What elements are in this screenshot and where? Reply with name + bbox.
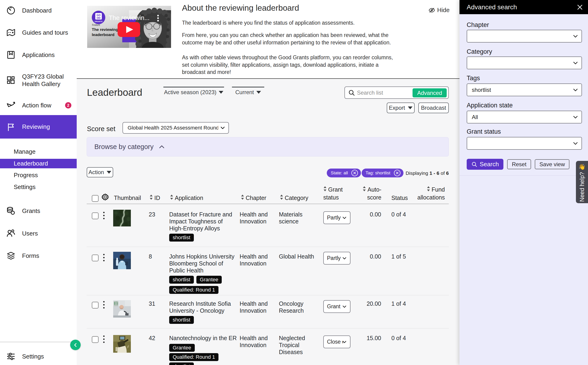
field-label-application-state: Application state: [467, 102, 513, 109]
kebab-dot: [103, 301, 104, 302]
grant-status-select[interactable]: Partly: [323, 252, 351, 265]
hide-link[interactable]: Hide: [428, 7, 450, 14]
remove-filter-icon[interactable]: [394, 169, 401, 176]
chevron-down-icon: [573, 114, 578, 120]
score-set-label: Score set: [87, 125, 116, 133]
column-header-chapter[interactable]: Chapter: [241, 194, 266, 201]
column-header-application[interactable]: Application: [170, 194, 203, 201]
chevron-down-icon: [342, 304, 347, 309]
sidebar-subitem-leaderboard[interactable]: Leaderboard: [0, 159, 77, 168]
table-settings-gear[interactable]: [101, 193, 109, 202]
row-chapter: Health and Innovation: [240, 300, 277, 314]
sidebar-item-gallery[interactable]: Q3FY23 Global Health Gallery: [0, 69, 77, 91]
application-link[interactable]: Johns Hopkins University Bloomberg Schoo…: [169, 253, 239, 274]
tag-pill: Grantee: [196, 276, 222, 284]
sidebar-subitem-progress[interactable]: Progress: [0, 170, 77, 180]
grant-status-select[interactable]: Close out: [323, 336, 351, 348]
column-header-grant-status[interactable]: Grantstatus: [323, 186, 353, 201]
sidebar-item-guides-and-tours[interactable]: Guides and tours: [0, 24, 77, 41]
need-help-tab[interactable]: 👋 Need help?: [576, 161, 588, 203]
about-paragraph-1: The leaderboard is where you find the st…: [182, 19, 398, 27]
users-icon: [7, 229, 15, 238]
row-actions-kebab[interactable]: [103, 301, 104, 309]
video-thumbnail[interactable]: The reviewin... GO OD GRANTS Feature The…: [87, 6, 171, 48]
sidebar-item-forms[interactable]: Forms: [0, 247, 77, 264]
checkbox[interactable]: [92, 195, 98, 202]
layers-icon: [7, 251, 15, 260]
table-row[interactable]: 31 Research Institute Sofia University -…: [87, 295, 449, 329]
application-link[interactable]: Research Institute Sofia University - On…: [169, 300, 239, 314]
grant-status-filter-select[interactable]: [467, 137, 582, 150]
sidebar-item-action-flow[interactable]: Action flow 2: [0, 97, 77, 114]
table-row[interactable]: 8 Johns Hopkins University Bloomberg Sch…: [87, 247, 449, 295]
row-checkbox[interactable]: [92, 336, 98, 343]
column-header-fund-allocations[interactable]: Fundallocations: [417, 186, 445, 201]
panel-divider: [459, 175, 588, 175]
row-actions-kebab[interactable]: [103, 212, 104, 219]
tag-pill: Qualified: Round 1: [169, 286, 218, 294]
row-checkbox[interactable]: [92, 302, 98, 309]
row-thumbnail[interactable]: [113, 210, 131, 226]
row-auto-score: 0.00: [356, 253, 381, 260]
sort-icon: [170, 194, 173, 200]
sidebar-item-reviewing[interactable]: Reviewing: [0, 115, 77, 139]
action-button[interactable]: Action: [87, 167, 113, 177]
export-button[interactable]: Export: [387, 103, 415, 113]
sidebar-subitem-manage[interactable]: Manage: [0, 147, 77, 156]
table-row[interactable]: 42 Nanotechnology in the ER Grantee Qual…: [87, 329, 449, 365]
sidebar-item-users[interactable]: Users: [0, 225, 77, 242]
sidebar-item-applications[interactable]: Applications: [0, 47, 77, 63]
row-checkbox[interactable]: [92, 255, 98, 261]
map-icon: [7, 28, 15, 37]
icon-graphic: [7, 229, 15, 238]
row-actions-kebab[interactable]: [103, 254, 104, 261]
sidebar-subitem-settings[interactable]: Settings: [0, 182, 77, 192]
browse-by-category-panel[interactable]: Browse by category: [87, 137, 449, 156]
dashboard-icon: [7, 6, 15, 15]
kebab-dot: [103, 342, 104, 343]
application-link[interactable]: Nanotechnology in the ER: [169, 335, 243, 342]
column-header-auto-score[interactable]: Auto-score: [357, 186, 381, 201]
score-set-select[interactable]: Global Health 2025 Assessment Round: [123, 122, 229, 134]
sidebar-item-settings[interactable]: Settings: [0, 348, 77, 365]
tag-pill: shortlist: [169, 234, 194, 242]
column-header-thumbnail[interactable]: Thumbnail: [114, 195, 141, 201]
main-content: The reviewin... GO OD GRANTS Feature The…: [77, 0, 459, 365]
save-view-button[interactable]: Save view: [535, 159, 569, 169]
remove-filter-icon[interactable]: [351, 169, 358, 176]
kebab-dot: [103, 212, 104, 213]
grant-status-select[interactable]: Grant: [323, 300, 351, 313]
sidebar-item-dashboard[interactable]: Dashboard: [0, 2, 77, 19]
sidebar-item-grants[interactable]: Grants: [0, 203, 77, 219]
row-thumbnail[interactable]: [113, 300, 131, 318]
category-select[interactable]: [467, 56, 582, 69]
video-overlay-title: The reviewin...: [109, 14, 150, 21]
table-row[interactable]: 23 Dataset for Fracture and Impact Tough…: [87, 205, 449, 247]
advanced-button[interactable]: Advanced: [413, 88, 447, 98]
tab-active-season[interactable]: Active season (2023): [163, 87, 224, 97]
row-checkbox[interactable]: [92, 212, 98, 219]
column-header-status[interactable]: Status: [391, 195, 408, 201]
row-actions-kebab[interactable]: [103, 336, 104, 343]
reset-button[interactable]: Reset: [507, 159, 531, 169]
tab-current[interactable]: Current: [232, 87, 264, 97]
grant-status-select[interactable]: Partly: [323, 211, 351, 224]
row-id: 42: [149, 335, 155, 342]
leaderboard-section: Leaderboard Active season (2023) Current…: [77, 78, 459, 365]
tag-pill: Qualified: Round 1: [169, 353, 218, 361]
filter-chip-tag[interactable]: Tag: shortlist: [362, 168, 403, 177]
chapter-select[interactable]: [467, 30, 582, 42]
column-header-id[interactable]: ID: [149, 194, 160, 201]
application-link[interactable]: Dataset for Fracture and Impact Toughnes…: [169, 211, 233, 232]
row-thumbnail[interactable]: [113, 335, 131, 353]
search-submit-button[interactable]: Search: [467, 159, 503, 170]
select-all-checkbox[interactable]: [92, 195, 98, 202]
broadcast-button[interactable]: Broadcast: [418, 103, 449, 113]
column-header-category[interactable]: Category: [280, 194, 308, 201]
sidebar-collapse-button[interactable]: [70, 340, 81, 350]
filter-chip-state[interactable]: State: all: [327, 168, 361, 177]
tags-select[interactable]: shortlist: [467, 84, 582, 96]
application-state-select[interactable]: All: [467, 111, 582, 123]
row-thumbnail[interactable]: [113, 252, 131, 269]
close-panel-button[interactable]: [576, 3, 584, 11]
